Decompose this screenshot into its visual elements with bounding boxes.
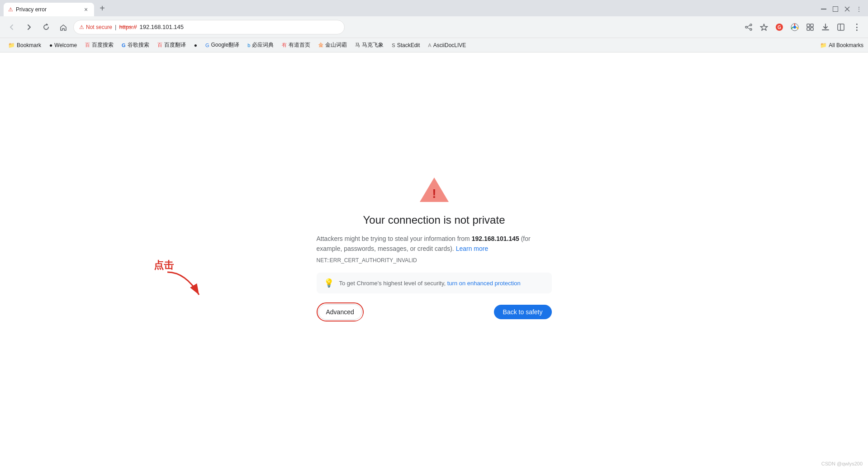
tab-close-button[interactable]: ×	[82, 6, 90, 13]
advanced-button-wrapper: Advanced	[317, 302, 364, 321]
all-bookmarks-label: All Bookmarks	[829, 42, 863, 48]
home-button[interactable]	[56, 20, 71, 34]
bookmark-label: 百度翻译	[164, 41, 186, 49]
all-bookmarks-section[interactable]: 📁 All Bookmarks	[820, 42, 863, 48]
svg-line-8	[747, 28, 750, 29]
reload-button[interactable]	[39, 20, 53, 34]
error-container: ! Your connection is not private Attacke…	[317, 174, 552, 322]
back-to-safety-button[interactable]: Back to safety	[494, 305, 552, 319]
learn-more-link[interactable]: Learn more	[456, 245, 489, 252]
bookmark-item-5[interactable]: ●	[190, 40, 201, 51]
bookmark-label: StackEdit	[397, 42, 420, 48]
bookmark-item-baidu-search[interactable]: 百 百度搜索	[81, 40, 117, 51]
bookmark-site-icon: 有	[282, 42, 287, 48]
bookmark-item-google-search[interactable]: G 谷歌搜索	[118, 40, 153, 51]
svg-rect-1	[833, 7, 838, 12]
suggestion-prefix: To get Chrome's highest level of securit…	[339, 280, 447, 287]
bookmark-item-bing-dict[interactable]: b 必应词典	[244, 40, 277, 51]
svg-point-12	[793, 26, 796, 29]
window-close-button[interactable]	[842, 4, 853, 14]
advanced-button[interactable]: Advanced	[318, 304, 362, 320]
security-warning: ⚠ Not secure	[79, 24, 112, 30]
warning-icon: !	[418, 174, 451, 206]
bookmark-site-icon: ●	[194, 42, 197, 48]
google-account-icon[interactable]: G	[772, 20, 787, 34]
bookmark-label: 马克飞象	[362, 41, 384, 49]
security-label: Not secure	[86, 24, 112, 30]
annotation-text: 点击	[154, 259, 174, 271]
svg-line-7	[747, 25, 750, 27]
download-icon[interactable]	[818, 20, 833, 34]
bookmark-label: Bookmark	[17, 42, 41, 48]
bookmark-site-icon: A	[428, 43, 431, 48]
bookmark-item-stackedit[interactable]: S StackEdit	[388, 40, 423, 51]
sidebar-icon[interactable]	[834, 20, 848, 34]
bookmark-label: Google翻译	[211, 41, 239, 49]
bookmark-label: 金山词霸	[325, 41, 347, 49]
bookmark-site-icon: 马	[355, 42, 360, 48]
all-bookmarks-folder-icon: 📁	[820, 42, 827, 48]
bookmark-site-icon: b	[247, 43, 250, 48]
svg-text:G: G	[778, 25, 781, 30]
svg-rect-17	[811, 24, 813, 27]
bookmark-site-icon: ●	[49, 42, 52, 48]
svg-rect-0	[821, 9, 826, 10]
ip-address: 192.168.101.145	[472, 235, 519, 242]
bookmark-site-icon: G	[122, 43, 126, 48]
enhanced-protection-link[interactable]: turn on enhanced protection	[447, 280, 521, 287]
error-description: Attackers might be trying to steal your …	[317, 234, 552, 254]
bookmark-item-bookmark[interactable]: 📁 Bookmark	[5, 40, 45, 51]
annotation-overlay: 点击	[154, 259, 208, 304]
warning-triangle-icon: ⚠	[79, 24, 84, 30]
watermark: CSDN @qwlys200	[821, 461, 863, 466]
share-icon[interactable]	[741, 20, 756, 34]
bookmark-label: 谷歌搜索	[128, 41, 149, 49]
bookmark-item-baidu-translate[interactable]: 百 百度翻译	[154, 40, 190, 51]
bookmark-label: 百度搜索	[92, 41, 114, 49]
page-content: ! Your connection is not private Attacke…	[0, 53, 868, 470]
window-maximize-button[interactable]	[830, 4, 841, 14]
bookmark-label: 有道首页	[289, 41, 310, 49]
back-button[interactable]	[5, 20, 19, 34]
forward-button[interactable]	[22, 20, 36, 34]
bookmark-item-google-translate[interactable]: G Google翻译	[202, 40, 243, 51]
svg-point-5	[750, 29, 752, 30]
svg-point-4	[750, 24, 752, 26]
bookmark-site-icon: 金	[318, 42, 323, 48]
svg-rect-21	[838, 24, 844, 30]
window-minimize-button[interactable]	[818, 4, 829, 14]
svg-rect-19	[811, 28, 813, 30]
bookmark-item-maxiang[interactable]: 马 马克飞象	[351, 40, 387, 51]
bookmark-folder-icon: 📁	[8, 42, 15, 48]
active-tab[interactable]: ⚠ Privacy error ×	[4, 3, 94, 16]
button-row: Advanced Back to safety	[317, 302, 552, 321]
svg-point-6	[745, 26, 747, 28]
bookmark-label: 必应词典	[252, 41, 274, 49]
tab-title: Privacy error	[16, 6, 80, 13]
new-tab-button[interactable]: +	[96, 2, 109, 14]
chrome-more-button[interactable]: ⋮	[854, 4, 864, 14]
bookmark-site-icon: 百	[85, 42, 90, 48]
bulb-icon: 💡	[324, 278, 334, 288]
tab-warning-icon: ⚠	[8, 6, 13, 13]
more-options-icon[interactable]: ⋮	[849, 20, 863, 34]
bookmark-site-icon: S	[392, 43, 395, 48]
bookmark-star-icon[interactable]	[757, 20, 771, 34]
bookmark-label: AsciiDocLIVE	[433, 42, 466, 48]
bookmark-item-youdao[interactable]: 有 有道首页	[278, 40, 314, 51]
bookmark-item-kingsoft[interactable]: 金 金山词霸	[315, 40, 351, 51]
url-host: 192.168.101.145	[139, 24, 184, 30]
description-prefix: Attackers might be trying to steal your …	[317, 235, 472, 242]
error-code: NET::ERR_CERT_AUTHORITY_INVALID	[317, 257, 552, 264]
annotation-arrow-icon	[154, 268, 208, 304]
url-protocol: https://	[119, 24, 137, 30]
bookmark-item-welcome[interactable]: ● Welcome	[46, 40, 81, 51]
bookmark-site-icon: 百	[157, 42, 162, 48]
svg-rect-18	[807, 28, 810, 30]
bookmark-label: Welcome	[54, 42, 77, 48]
bookmark-item-asciidoc[interactable]: A AsciiDocLIVE	[424, 40, 470, 51]
bookmark-site-icon: G	[205, 43, 209, 48]
extensions-icon[interactable]	[803, 20, 817, 34]
chrome-icon[interactable]	[787, 20, 802, 34]
url-bar[interactable]: ⚠ Not secure | https://192.168.101.145	[73, 20, 345, 34]
